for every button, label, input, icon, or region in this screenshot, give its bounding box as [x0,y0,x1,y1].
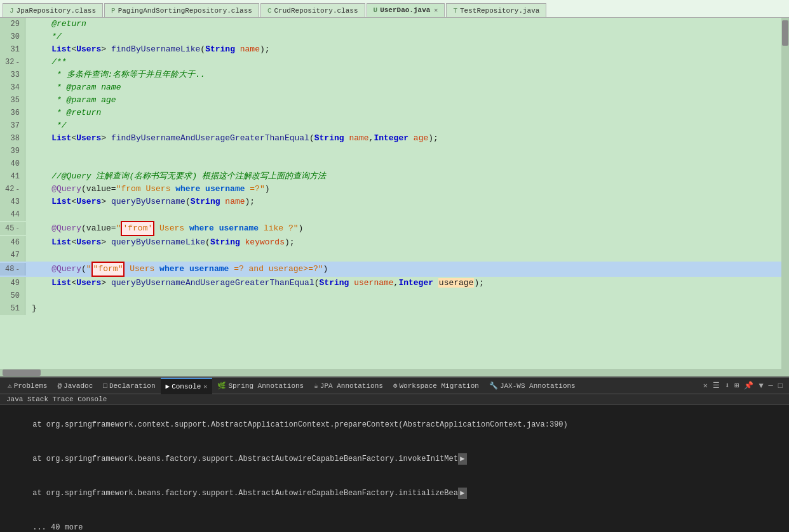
line-number: 29 [0,18,25,30]
line-number: 32- [0,56,25,69]
line-number: 43 [0,196,25,208]
tab-label: JAX-WS Annotations [500,382,576,390]
vertical-scrollbar[interactable] [781,18,789,376]
tab-jparepository[interactable]: J JpaRepository.class [3,3,103,17]
line-content: @return [25,18,86,30]
code-line-41: 41 //@Query 注解查询(名称书写无要求) 根据这个注解改写上面的查询方… [0,170,789,183]
java-class-icon: P [111,7,116,15]
line-content: * 多条件查询:名称等于并且年龄大于.. [25,69,205,81]
console-line: at org.springframework.beans.factory.sup… [5,476,784,510]
java-file-icon: T [453,7,457,15]
console-label-text: Java Stack Trace Console [6,396,107,403]
line-content: @Query(value="'from' Users where usernam… [25,221,303,236]
code-line-44: 44 [0,208,789,221]
console-line: at org.springframework.beans.factory.sup… [5,442,784,476]
line-number: 48- [0,263,25,276]
horizontal-scrollbar[interactable] [0,369,781,376]
tab-workspace[interactable]: ⚙ Workspace Migration [388,378,484,394]
code-line-46: 46 List<Users> queryByUsernameLike(Strin… [0,236,789,249]
warning-icon: ⚠ [8,382,12,390]
spring-icon: 🌿 [217,382,226,390]
tab-declaration[interactable]: □ Declaration [98,378,160,394]
line-number: 47 [0,249,25,262]
view-menu-icon[interactable]: ▼ [756,382,765,390]
line-content: List<Users> queryByUsernameAndUserageGre… [25,277,484,289]
tab-label: Workspace Migration [399,382,478,390]
tab-console[interactable]: ▶ Console ✕ [161,378,213,394]
code-line-35: 35 * @param age [0,94,789,107]
minimize-icon[interactable]: ─ [766,382,776,390]
scroll-thumb-v [782,20,788,46]
tab-userdao[interactable]: U UserDao.java ✕ [367,3,445,17]
scroll-lock-icon[interactable]: ⬇ [722,381,732,390]
code-line-36: 36 * @return [0,107,789,119]
tab-label: Declaration [109,382,156,390]
tab-label: JPA Annotations [320,382,383,390]
code-line-40: 40 [0,157,789,170]
code-line-33: 33 * 多条件查询:名称等于并且年龄大于.. [0,69,789,81]
line-number: 30 [0,30,25,43]
code-line-51: 51 } [0,302,789,315]
code-line-34: 34 * @param name [0,81,789,94]
code-line-49: 49 List<Users> queryByUsernameAndUserage… [0,277,789,289]
java-class-icon: J [10,7,14,15]
line-number: 37 [0,119,25,132]
code-area[interactable]: 29 @return 30 */ 31 List<Users> findByUs… [0,18,789,376]
workspace-icon: ⚙ [393,382,398,390]
bottom-panel: ⚠ Problems @ Javadoc □ Declaration ▶ Con… [0,376,789,532]
console-output: at org.springframework.context.support.A… [0,405,789,532]
tab-label: PagingAndSortingRepository.class [118,7,252,15]
new-console-icon[interactable]: ⊞ [732,381,741,390]
maximize-icon[interactable]: □ [776,382,785,390]
line-content: @Query(""form" Users where username =? a… [25,262,328,277]
pin-icon[interactable]: 📌 [741,381,756,390]
declaration-icon: □ [103,382,107,390]
console-line-more: ... 40 more [5,510,784,532]
bottom-tab-bar: ⚠ Problems @ Javadoc □ Declaration ▶ Con… [0,378,789,394]
tab-javadoc[interactable]: @ Javadoc [52,378,98,394]
code-line-45: 45- @Query(value="'from' Users where use… [0,221,789,236]
code-line-32: 32- /** [0,56,789,69]
line-number: 51 [0,302,25,315]
jpa-icon: ☕ [314,382,318,390]
code-line-48: 48- @Query(""form" Users where username … [0,262,789,277]
close-icon[interactable]: ✕ [203,383,207,390]
tab-label: JpaRepository.class [17,7,96,15]
tab-bar: J JpaRepository.class P PagingAndSorting… [0,0,789,18]
tab-jaxws[interactable]: 🔧 JAX-WS Annotations [484,378,581,394]
line-number: 31 [0,43,25,56]
line-number: 38 [0,132,25,145]
scroll-thumb-h [3,369,41,376]
line-content: * @param age [25,94,116,107]
stop-icon[interactable]: ✕ [701,381,710,390]
tab-label: UserDao.java [380,6,430,14]
line-content: List<Users> queryByUsernameLike(String k… [25,236,295,249]
code-line-39: 39 [0,145,789,157]
tab-pagingrepo[interactable]: P PagingAndSortingRepository.class [104,3,259,17]
code-line-42: 42- @Query(value="from Users where usern… [0,183,789,196]
tab-problems[interactable]: ⚠ Problems [3,378,52,394]
code-line-30: 30 */ [0,30,789,43]
line-number: 41 [0,170,25,183]
code-line-37: 37 */ [0,119,789,132]
code-line-50: 50 [0,289,789,302]
tab-label: TestRepository.java [460,7,539,15]
clear-icon[interactable]: ☰ [710,381,722,390]
line-content: List<Users> queryByUsername(String name)… [25,196,255,208]
java-class-icon: C [267,7,272,15]
line-number: 33 [0,69,25,81]
line-number: 50 [0,289,25,302]
tab-spring[interactable]: 🌿 Spring Annotations [212,378,309,394]
line-content: @Query(value="from Users where username … [25,183,270,196]
line-number: 44 [0,208,25,221]
tab-crudrepo[interactable]: C CrudRepository.class [260,3,365,17]
line-number: 42- [0,183,25,196]
tab-jpa-anno[interactable]: ☕ JPA Annotations [309,378,388,394]
tab-label: Javadoc [64,382,93,390]
line-content: List<Users> findByUsernameLike(String na… [25,43,270,56]
line-content: List<Users> findByUsernameAndUserageGrea… [25,132,438,145]
close-icon[interactable]: ✕ [434,6,438,14]
tab-testrepo[interactable]: T TestRepository.java [446,3,546,17]
line-number: 35 [0,94,25,107]
tab-label: Problems [14,382,48,390]
